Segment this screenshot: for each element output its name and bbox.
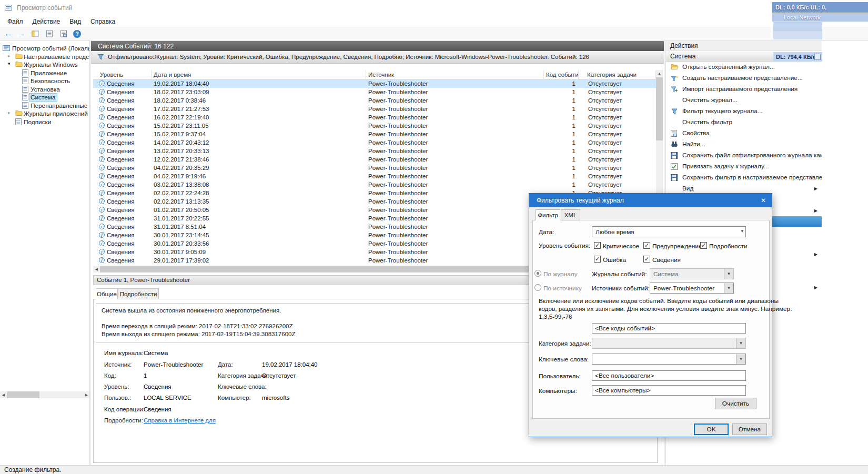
level-checkbox[interactable]: ✓ <box>700 242 707 249</box>
scrollbar-thumb[interactable] <box>7 391 39 398</box>
menu-item[interactable]: Справка <box>86 17 120 26</box>
back-icon[interactable]: ← <box>4 29 13 38</box>
tree-item[interactable]: ▸Настраиваемые представле <box>0 53 90 61</box>
event-category: Отсутствует <box>588 147 622 155</box>
tree-item[interactable]: Установка <box>0 85 90 94</box>
level-checkbox[interactable]: ✓ <box>594 242 601 249</box>
chevron-down-icon: ▾ <box>736 354 745 364</box>
tab-filter[interactable]: Фильтр <box>536 209 560 220</box>
tree-splitter[interactable] <box>89 41 90 465</box>
action-item[interactable]: Найти... <box>666 139 822 150</box>
event-row[interactable]: iСведения17.02.2017 21:27:53Power-Troubl… <box>93 105 656 113</box>
tab-xml[interactable]: XML <box>561 209 580 220</box>
menu-item[interactable]: Действие <box>28 17 65 26</box>
action-item[interactable]: Фильтр текущего журнала... <box>666 106 822 117</box>
tree-item[interactable]: ▸Журналы приложений и сл <box>0 109 90 118</box>
tree-item[interactable]: Перенаправленные собы <box>0 102 90 110</box>
clear-button[interactable]: Очистить <box>715 398 756 409</box>
event-viewer-app-icon <box>5 4 12 11</box>
event-row[interactable]: iСведения04.02.2017 20:35:29Power-Troubl… <box>93 164 656 172</box>
chevron-expanded-icon[interactable]: ▾ <box>8 61 11 66</box>
console-tree: Просмотр событий (Локальны▸Настраиваемые… <box>0 41 90 465</box>
event-source: Power-Troubleshooter <box>368 206 428 214</box>
level-checkbox[interactable]: ✓ <box>643 256 650 263</box>
scroll-left-icon[interactable]: ◀ <box>0 391 7 398</box>
scroll-up-icon[interactable]: ▲ <box>656 70 663 77</box>
by-log-radio[interactable] <box>534 270 541 277</box>
tree-item[interactable]: Приложение <box>0 69 90 77</box>
event-row[interactable]: iСведения19.02.2017 18:04:40Power-Troubl… <box>93 79 656 88</box>
action-item[interactable]: Сохранить фильтр в настраиваемое предста… <box>666 172 822 183</box>
event-date: 30.01.2017 9:05:09 <box>154 248 206 256</box>
event-row[interactable]: iСведения15.02.2017 9:37:04Power-Trouble… <box>93 130 656 138</box>
chevron-collapsed-icon[interactable]: ▸ <box>8 110 11 115</box>
keywords-select[interactable]: ▾ <box>592 354 746 365</box>
by-log-label: По журналу <box>543 270 578 278</box>
level-checkbox[interactable]: ✓ <box>594 256 601 263</box>
action-item[interactable]: Создать настраиваемое представление... <box>666 73 822 84</box>
cancel-button[interactable]: Отмена <box>732 423 767 435</box>
action-item[interactable]: Сохранить файл отфильтрованного журнала … <box>666 150 822 161</box>
tab-general[interactable]: Общие <box>96 288 118 299</box>
event-row[interactable]: iСведения14.02.2017 20:43:12Power-Troubl… <box>93 138 656 147</box>
user-input[interactable] <box>592 370 746 381</box>
forward-icon[interactable]: → <box>17 29 26 38</box>
tree-item[interactable]: Просмотр событий (Локальны <box>0 44 90 53</box>
column-header[interactable]: Уровень <box>93 70 152 79</box>
computers-input[interactable] <box>592 385 746 396</box>
event-row[interactable]: iСведения18.02.2017 23:03:09Power-Troubl… <box>93 88 656 96</box>
event-row[interactable]: iСведения16.02.2017 22:19:40Power-Troubl… <box>93 113 656 122</box>
scroll-left-icon[interactable]: ◀ <box>93 266 100 273</box>
status-bar: Создание фильтра. <box>0 465 868 474</box>
ok-button[interactable]: OK <box>694 423 729 435</box>
level-checkbox[interactable]: ✓ <box>643 242 650 249</box>
menu-item[interactable]: Файл <box>3 17 28 26</box>
action-item[interactable]: Очистить фильтр <box>666 117 822 128</box>
console-tree-icon[interactable] <box>31 29 40 38</box>
action-item[interactable]: Привязать задачу к журналу... <box>666 161 822 172</box>
column-header[interactable]: Код события <box>544 70 579 79</box>
by-source-radio[interactable] <box>534 284 541 291</box>
help-link[interactable]: Справка в Интернете для <box>144 417 216 423</box>
date-filter-select[interactable]: Любое время ▾ <box>592 226 746 237</box>
action-item[interactable]: Свойства <box>666 128 822 139</box>
dialog-title-bar[interactable]: Фильтровать текущий журнал <box>529 194 772 207</box>
event-source: Power-Troubleshooter <box>368 172 428 180</box>
event-logs-select[interactable]: Система ▾ <box>650 268 734 279</box>
tree-item[interactable]: ▾Журналы Windows <box>0 60 90 69</box>
event-row[interactable]: iСведения04.02.2017 9:19:46Power-Trouble… <box>93 172 656 180</box>
event-codes-input[interactable] <box>592 323 746 334</box>
chevron-collapsed-icon[interactable]: ▸ <box>8 53 11 58</box>
menu-item[interactable]: Вид <box>65 17 86 26</box>
action-item[interactable]: Очистить журнал... <box>666 95 822 106</box>
action-item[interactable]: Импорт настраиваемого представления <box>666 84 822 95</box>
scrollbar-thumb[interactable] <box>100 266 597 273</box>
action-item[interactable]: Открыть сохраненный журнал... <box>666 62 822 73</box>
event-sources-select[interactable]: Power-Troubleshooter ▾ <box>650 283 734 294</box>
tree-horizontal-scrollbar[interactable]: ◀ ▶ <box>0 391 90 398</box>
close-icon[interactable]: ✕ <box>755 194 772 207</box>
actions-pane-title: Действия <box>666 41 822 51</box>
task-category-select[interactable]: ▾ <box>592 338 746 349</box>
tab-details[interactable]: Подробности <box>118 288 159 299</box>
event-row[interactable]: iСведения18.02.2017 0:38:46Power-Trouble… <box>93 96 656 105</box>
event-level: Сведения <box>107 96 135 105</box>
action-item[interactable]: Вид▶ <box>666 183 822 194</box>
tree-item[interactable]: Система <box>0 93 90 102</box>
help-icon[interactable]: ? <box>73 30 81 38</box>
tree-item[interactable]: Подписки <box>0 118 90 126</box>
event-row[interactable]: iСведения12.02.2017 21:38:46Power-Troubl… <box>93 155 656 164</box>
log-name: Система <box>98 43 123 50</box>
column-header[interactable]: Дата и время <box>152 70 366 79</box>
export-list-icon[interactable] <box>45 29 54 38</box>
properties-toolbar-icon[interactable] <box>59 29 68 38</box>
column-header[interactable]: Источник <box>366 70 544 79</box>
scrollbar-thumb[interactable] <box>656 77 663 140</box>
event-source: Power-Troubleshooter <box>368 189 428 197</box>
column-header[interactable]: Категория задачи <box>579 70 656 79</box>
event-row[interactable]: iСведения03.02.2017 13:38:08Power-Troubl… <box>93 180 656 189</box>
event-row[interactable]: iСведения15.02.2017 23:11:05Power-Troubl… <box>93 122 656 130</box>
event-category: Отсутствует <box>588 96 622 105</box>
tree-item[interactable]: Безопасность <box>0 77 90 85</box>
event-row[interactable]: iСведения13.02.2017 20:33:13Power-Troubl… <box>93 147 656 155</box>
